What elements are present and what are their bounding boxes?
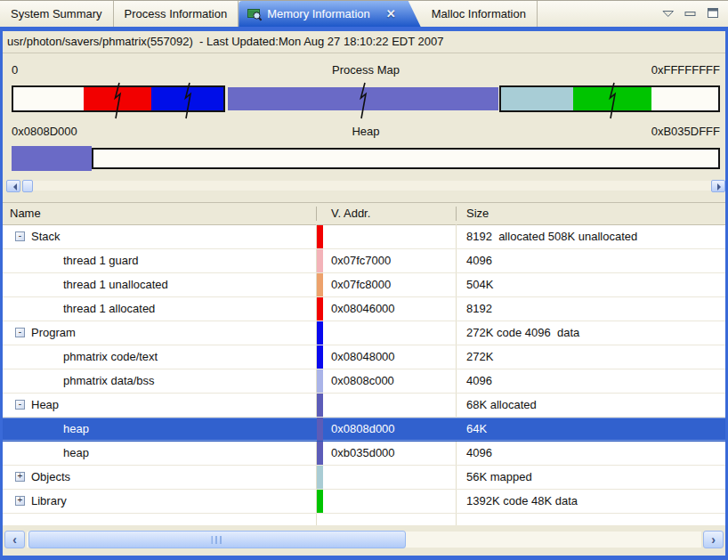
segment-address: 0x07fc7000	[331, 249, 391, 272]
segment-address: 0x08046000	[331, 297, 395, 320]
map-scroll-left-button[interactable]	[6, 180, 20, 192]
table-row[interactable]: heap0xb035d0004096	[3, 442, 725, 466]
map-scroll-thumb[interactable]	[22, 180, 33, 192]
segment-size: 272K	[466, 345, 493, 368]
tab-label: System Summary	[11, 7, 102, 20]
process-map-bar[interactable]	[12, 85, 720, 112]
memory-region-segment[interactable]	[651, 87, 718, 110]
map-scroll-track[interactable]	[33, 181, 711, 191]
segment-name: Objects	[3, 466, 341, 488]
view-menu-icon[interactable]	[662, 7, 675, 20]
memory-analysis-icon	[247, 7, 262, 21]
segment-size: 68K allocated	[466, 394, 537, 416]
header-divider[interactable]	[316, 207, 317, 221]
color-chip	[317, 418, 323, 441]
table-scroll-right-button[interactable]: ›	[703, 531, 724, 548]
table-row[interactable]: Library+1392K code 48K data	[3, 490, 725, 514]
color-chip	[317, 442, 323, 465]
tab-process-information[interactable]: Process Information	[114, 1, 239, 27]
maximize-icon[interactable]	[707, 7, 719, 21]
table-scroll-thumb[interactable]	[28, 531, 406, 548]
segment-address: 0x08048000	[331, 345, 395, 368]
collapse-icon[interactable]: -	[15, 328, 25, 337]
process-map-title: Process Map	[12, 63, 720, 77]
map-scroll-right-button[interactable]	[711, 180, 725, 192]
memory-segments-table: Name V. Addr. Size Stack-8192 allocated …	[3, 202, 725, 525]
table-row[interactable]: thread 1 unallocated0x07fc8000504K	[3, 273, 725, 297]
column-header-vaddr[interactable]: V. Addr.	[331, 203, 370, 224]
table-row[interactable]: Objects+56K mapped	[3, 466, 725, 490]
tab-label: Memory Information	[267, 7, 370, 20]
table-row[interactable]: Stack-8192 allocated 508K unallocated	[3, 225, 725, 249]
table-row[interactable]: phmatrix data/bss0x0808c0004096	[3, 369, 725, 394]
collapse-icon[interactable]: -	[15, 231, 25, 241]
segment-name: Library	[3, 490, 341, 512]
map-horizontal-scrollbar[interactable]	[6, 179, 725, 192]
table-row[interactable]: phmatrix code/text0x08048000272K	[3, 345, 725, 369]
shared-region-segment	[228, 87, 498, 110]
view-toolbar	[662, 1, 728, 27]
tab-system-summary[interactable]: System Summary	[0, 1, 114, 27]
heap-free-segment	[92, 148, 720, 169]
segment-name: Stack	[3, 225, 341, 248]
segment-address: 0x0808c000	[331, 369, 394, 392]
color-chip	[317, 490, 323, 513]
memory-region-segment[interactable]	[228, 87, 498, 110]
segment-size: 8192	[466, 297, 492, 320]
table-row[interactable]: heap0x0808d00064K	[3, 418, 725, 442]
column-header-size[interactable]: Size	[466, 203, 489, 224]
segment-size: 4096	[466, 369, 492, 392]
memory-information-view: System SummaryProcess InformationMemory …	[0, 0, 728, 560]
header-divider[interactable]	[456, 207, 457, 221]
mapped-region-group	[499, 85, 720, 112]
thumb-grip	[212, 536, 223, 544]
tab-memory-information[interactable]: Memory Information✕	[239, 1, 421, 27]
heap-bar[interactable]	[12, 146, 720, 171]
table-row[interactable]: thread 1 allocated0x080460008192	[3, 297, 725, 321]
table-horizontal-scrollbar[interactable]: ‹ ›	[4, 531, 724, 548]
table-scroll-left-button[interactable]: ‹	[4, 531, 25, 548]
memory-region-segment[interactable]	[13, 87, 84, 110]
tab-label: Process Information	[125, 7, 228, 20]
table-row[interactable]: Program-272K code 4096 data	[3, 321, 725, 345]
tab-malloc-information[interactable]: Malloc Information	[421, 1, 538, 27]
column-header-name[interactable]: Name	[10, 203, 41, 224]
discontinuity-bolt-icon	[182, 82, 194, 119]
segment-size: 8192 allocated 508K unallocated	[466, 225, 637, 248]
memory-region-segment[interactable]	[501, 87, 573, 110]
table-body: Stack-8192 allocated 508K unallocatedthr…	[3, 225, 725, 514]
minimize-icon[interactable]	[684, 7, 697, 20]
mapped-region-group	[12, 85, 225, 112]
tab-close-icon[interactable]: ✕	[386, 7, 396, 20]
expand-icon[interactable]: +	[15, 496, 25, 506]
memory-region-segment[interactable]	[573, 87, 652, 110]
tab-bar: System SummaryProcess InformationMemory …	[0, 0, 728, 27]
color-chip	[317, 297, 323, 321]
expand-icon[interactable]: +	[15, 472, 25, 482]
tab-label: Malloc Information	[432, 7, 526, 20]
table-row[interactable]: thread 1 guard0x07fc70004096	[3, 249, 725, 273]
color-chip	[317, 321, 323, 345]
segment-size: 4096	[466, 442, 492, 464]
color-chip	[317, 466, 323, 489]
memory-region-segment[interactable]	[151, 87, 223, 110]
heap-title: Heap	[12, 125, 720, 139]
process-map-labels: 0 Process Map 0xFFFFFFFF	[12, 63, 720, 77]
collapse-icon[interactable]: -	[15, 400, 25, 410]
color-chip	[317, 225, 323, 248]
color-chip	[317, 394, 323, 417]
process-status-line: usr/photon/savers/phmatrix(557092) - Las…	[3, 31, 725, 53]
segment-size: 504K	[466, 273, 493, 296]
segment-name: Heap	[3, 394, 341, 416]
discontinuity-bolt-icon	[606, 82, 619, 119]
tab-strip: System SummaryProcess InformationMemory …	[0, 1, 538, 27]
segment-size: 64K	[466, 418, 487, 440]
color-chip	[317, 249, 323, 272]
table-row[interactable]: Heap-68K allocated	[3, 394, 725, 418]
view-content: usr/photon/savers/phmatrix(557092) - Las…	[3, 31, 725, 556]
memory-region-segment[interactable]	[84, 87, 152, 110]
segment-size: 4096	[466, 249, 492, 272]
color-chip	[317, 345, 323, 369]
segment-name: Program	[3, 321, 341, 344]
color-chip	[317, 369, 323, 393]
